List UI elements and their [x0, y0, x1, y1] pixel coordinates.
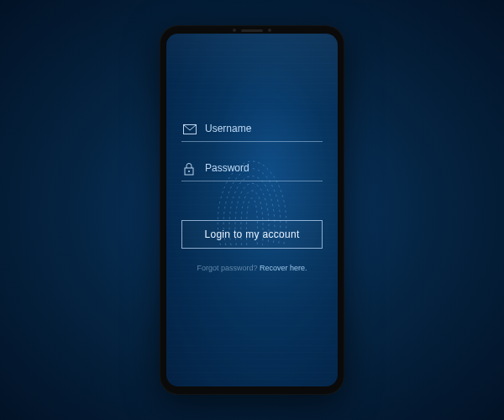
- login-form: Login to my account Forgot password? Rec…: [181, 118, 323, 272]
- recover-row: Forgot password? Recover here.: [181, 264, 323, 272]
- login-button[interactable]: Login to my account: [181, 220, 323, 249]
- sensor-dot: [233, 29, 236, 32]
- phone-screen: Login to my account Forgot password? Rec…: [166, 34, 338, 386]
- username-input[interactable]: [205, 123, 331, 134]
- password-input[interactable]: [205, 162, 331, 174]
- forgot-password-text: Forgot password?: [197, 264, 260, 272]
- svg-point-2: [188, 171, 190, 172]
- speaker-slot: [241, 29, 263, 32]
- username-field[interactable]: [181, 118, 323, 142]
- phone-frame: Login to my account Forgot password? Rec…: [160, 25, 344, 395]
- lock-icon: [183, 162, 197, 174]
- password-field[interactable]: [181, 157, 323, 181]
- camera-dot: [268, 29, 271, 32]
- phone-sensors: [160, 29, 344, 32]
- recover-link[interactable]: Recover here.: [260, 264, 307, 272]
- envelope-icon: [183, 123, 197, 134]
